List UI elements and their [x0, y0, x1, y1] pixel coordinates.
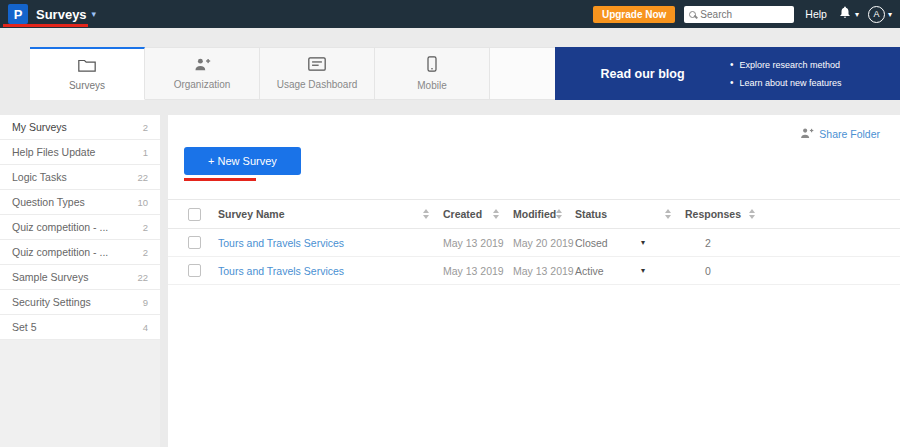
- annotation-underline: [184, 178, 256, 181]
- sidebar-item-question-types[interactable]: Question Types10: [0, 190, 160, 215]
- tab-label: Organization: [174, 79, 231, 90]
- sidebar-item-security-settings[interactable]: Security Settings9: [0, 290, 160, 315]
- sidebar-item-quiz-competition-1[interactable]: Quiz competition - ...2: [0, 215, 160, 240]
- chevron-down-icon: [888, 10, 892, 19]
- row-checkbox[interactable]: [188, 236, 201, 249]
- folder-count: 2: [143, 122, 148, 133]
- avatar: A: [868, 6, 885, 23]
- folders-sidebar: My Surveys2 Help Files Update1 Logic Tas…: [0, 115, 160, 447]
- folder-count: 2: [143, 222, 148, 233]
- folder-count: 1: [143, 147, 148, 158]
- notifications-button[interactable]: [838, 5, 859, 23]
- blog-bullets: Explore research method Learn about new …: [730, 59, 842, 88]
- responses-count: 2: [685, 237, 900, 249]
- status-cell: Closed: [575, 237, 685, 249]
- share-folder-link[interactable]: Share Folder: [799, 127, 880, 141]
- new-survey-button[interactable]: + New Survey: [184, 147, 301, 175]
- blog-bullet: Learn about new features: [730, 77, 842, 88]
- folder-count: 9: [143, 297, 148, 308]
- main-area: My Surveys2 Help Files Update1 Logic Tas…: [0, 115, 900, 447]
- header-responses: Responses: [685, 208, 900, 220]
- select-all-checkbox[interactable]: [188, 208, 201, 221]
- top-bar: P Surveys Upgrade Now Help A: [0, 0, 900, 28]
- content-panel: Share Folder + New Survey Survey Name Cr…: [168, 115, 900, 447]
- created-date: May 13 2019: [443, 265, 513, 277]
- header-status: Status: [575, 208, 685, 220]
- search-icon: [689, 11, 696, 18]
- tab-usage-dashboard[interactable]: Usage Dashboard: [260, 47, 375, 100]
- row-checkbox[interactable]: [188, 264, 201, 277]
- table-row: Tours and Travels Services May 13 2019 M…: [168, 229, 900, 257]
- tab-strip-filler: [490, 47, 555, 100]
- survey-name-link[interactable]: Tours and Travels Services: [218, 237, 443, 249]
- created-date: May 13 2019: [443, 237, 513, 249]
- annotation-underline: [3, 24, 88, 27]
- share-folder-label: Share Folder: [819, 128, 880, 140]
- modified-date: May 13 2019: [513, 265, 575, 277]
- tab-label: Usage Dashboard: [277, 79, 358, 90]
- app-logo[interactable]: P: [8, 4, 28, 24]
- search-box[interactable]: [684, 6, 794, 23]
- status-value: Active: [575, 265, 604, 277]
- chevron-down-icon[interactable]: [92, 9, 97, 19]
- folder-count: 22: [137, 272, 148, 283]
- person-add-icon: [193, 57, 211, 73]
- header-survey-name: Survey Name: [218, 208, 443, 220]
- help-link[interactable]: Help: [805, 8, 827, 20]
- responses-count: 0: [685, 265, 900, 277]
- status-cell: Active: [575, 265, 685, 277]
- status-dropdown-icon[interactable]: [641, 266, 645, 275]
- search-input[interactable]: [700, 9, 789, 20]
- blog-bullet: Explore research method: [730, 59, 842, 70]
- sidebar-item-quiz-competition-2[interactable]: Quiz competition - ...2: [0, 240, 160, 265]
- dashboard-icon: [308, 57, 326, 73]
- tab-strip: Surveys Organization Usage Dashboard Mob…: [0, 47, 900, 100]
- surveys-table: Survey Name Created Modified Status Resp…: [168, 199, 900, 285]
- tab-organization[interactable]: Organization: [145, 47, 260, 100]
- sidebar-item-set-5[interactable]: Set 54: [0, 315, 160, 340]
- folder-count: 4: [143, 322, 148, 333]
- folder-count: 22: [137, 172, 148, 183]
- folder-count: 10: [137, 197, 148, 208]
- sort-icon[interactable]: [665, 209, 671, 219]
- tab-mobile[interactable]: Mobile: [375, 47, 490, 100]
- tab-label: Mobile: [417, 80, 446, 91]
- chevron-down-icon: [855, 10, 859, 19]
- upgrade-now-button[interactable]: Upgrade Now: [593, 6, 675, 23]
- tab-surveys[interactable]: Surveys: [30, 47, 145, 100]
- status-value: Closed: [575, 237, 608, 249]
- sidebar-item-sample-surveys[interactable]: Sample Surveys22: [0, 265, 160, 290]
- modified-date: May 20 2019: [513, 237, 575, 249]
- folder-icon: [78, 58, 96, 74]
- sort-icon[interactable]: [556, 209, 562, 219]
- sidebar-item-my-surveys[interactable]: My Surveys2: [0, 115, 160, 140]
- status-dropdown-icon[interactable]: [641, 238, 645, 247]
- header-created: Created: [443, 208, 513, 220]
- sort-icon[interactable]: [423, 209, 429, 219]
- mobile-icon: [427, 56, 437, 74]
- sidebar-gutter: [160, 115, 168, 447]
- folder-count: 2: [143, 247, 148, 258]
- table-row: Tours and Travels Services May 13 2019 M…: [168, 257, 900, 285]
- sort-icon[interactable]: [493, 209, 499, 219]
- sort-icon[interactable]: [749, 209, 755, 219]
- tab-label: Surveys: [69, 80, 105, 91]
- app-title[interactable]: Surveys: [36, 7, 87, 22]
- header-modified: Modified: [513, 208, 575, 220]
- table-header-row: Survey Name Created Modified Status Resp…: [168, 199, 900, 229]
- blog-banner[interactable]: Read our blog Explore research method Le…: [555, 47, 900, 100]
- survey-name-link[interactable]: Tours and Travels Services: [218, 265, 443, 277]
- blog-title[interactable]: Read our blog: [555, 67, 730, 81]
- sidebar-item-help-files-update[interactable]: Help Files Update1: [0, 140, 160, 165]
- account-menu[interactable]: A: [868, 6, 892, 23]
- tab-strip-spacer: [0, 47, 30, 100]
- sidebar-item-logic-tasks[interactable]: Logic Tasks22: [0, 165, 160, 190]
- bell-icon: [838, 5, 852, 23]
- person-add-icon: [799, 127, 814, 141]
